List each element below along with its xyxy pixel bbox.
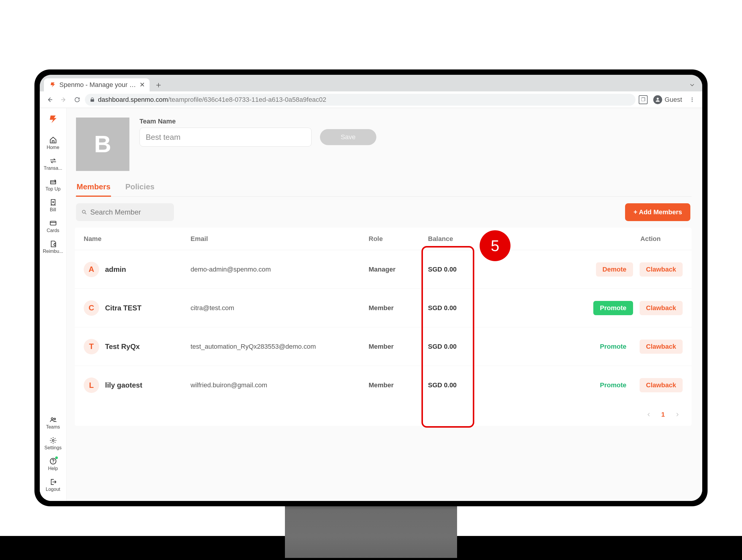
forward-button[interactable] xyxy=(58,94,69,106)
profile-tabs: Members Policies xyxy=(75,178,692,197)
bill-icon xyxy=(49,198,57,207)
page-number[interactable]: 1 xyxy=(661,411,665,418)
sidebar-item-teams[interactable]: Teams xyxy=(40,412,66,433)
sidebar-item-transactions[interactable]: Transa... xyxy=(40,154,66,174)
action-clawback-button[interactable]: Clawback xyxy=(640,262,683,277)
browser-url-bar: dashboard.spenmo.com/teamprofile/636c41e… xyxy=(40,92,702,108)
close-icon[interactable]: ✕ xyxy=(140,81,145,89)
members-table: Name Email Role Balance Action A admin d… xyxy=(75,228,692,426)
search-member-field[interactable] xyxy=(76,203,174,221)
browser-tab-title: Spenmo - Manage your compa xyxy=(59,81,137,89)
table-row: L lily gaotest wilfried.buiron@gmail.com… xyxy=(75,366,692,404)
member-name: lily gaotest xyxy=(105,381,142,389)
logout-icon xyxy=(49,478,57,486)
transactions-icon xyxy=(49,157,57,165)
profile-guest-badge[interactable]: Guest xyxy=(651,95,684,104)
panel-toggle-icon[interactable]: ❐ xyxy=(637,94,649,106)
team-avatar[interactable]: B xyxy=(76,117,129,171)
save-button[interactable]: Save xyxy=(320,129,376,145)
pagination: 1 xyxy=(75,404,692,426)
member-email: wilfried.buiron@gmail.com xyxy=(191,381,369,389)
profile-avatar-icon xyxy=(653,95,662,104)
gear-icon xyxy=(49,436,57,445)
team-header: B Team Name Save xyxy=(75,115,692,178)
brand-logo-icon[interactable] xyxy=(47,113,59,125)
sidebar-item-reimbursement[interactable]: Reimbu... xyxy=(40,237,66,258)
col-role: Role xyxy=(369,235,428,243)
search-input[interactable] xyxy=(90,208,179,216)
member-avatar: C xyxy=(84,300,99,316)
action-clawback-button[interactable]: Clawback xyxy=(640,339,683,354)
team-name-input[interactable] xyxy=(140,128,312,147)
member-name: Citra TEST xyxy=(105,304,142,312)
teams-icon xyxy=(49,415,57,424)
sidebar-item-topup[interactable]: Top Up xyxy=(40,174,66,195)
col-name: Name xyxy=(84,235,191,243)
member-balance: SGD 0.00 xyxy=(428,304,505,312)
svg-point-2 xyxy=(692,99,692,100)
svg-point-3 xyxy=(692,101,692,102)
browser-tab-strip: Spenmo - Manage your compa ✕ ＋ xyxy=(40,75,702,92)
spenmo-favicon-icon xyxy=(49,81,56,89)
action-primary-button[interactable]: Promote xyxy=(593,301,633,315)
member-avatar: A xyxy=(84,262,99,277)
svg-point-5 xyxy=(51,418,53,420)
screen: Spenmo - Manage your compa ✕ ＋ xyxy=(40,75,702,501)
member-email: test_automation_RyQx283553@demo.com xyxy=(191,343,369,350)
member-role: Manager xyxy=(369,266,428,273)
col-action: Action xyxy=(505,235,683,243)
browser-tab-active[interactable]: Spenmo - Manage your compa ✕ xyxy=(44,78,150,92)
help-icon xyxy=(49,457,57,465)
member-balance: SGD 0.00 xyxy=(428,266,505,273)
monitor-stand xyxy=(285,505,457,558)
action-clawback-button[interactable]: Clawback xyxy=(640,378,683,392)
sidebar-item-home[interactable]: Home xyxy=(40,133,66,154)
sidebar-item-logout[interactable]: Logout xyxy=(40,475,66,496)
sidebar-item-bill[interactable]: Bill xyxy=(40,195,66,216)
svg-rect-4 xyxy=(50,221,56,225)
page-next-button[interactable] xyxy=(672,409,683,420)
tab-overflow-icon[interactable] xyxy=(686,79,698,91)
member-role: Member xyxy=(369,381,428,389)
reimbursement-icon xyxy=(49,240,57,248)
cards-icon xyxy=(49,219,57,227)
url-text: dashboard.spenmo.com/teamprofile/636c41e… xyxy=(98,96,326,104)
member-email: citra@test.com xyxy=(191,304,369,312)
table-header: Name Email Role Balance Action xyxy=(75,228,692,250)
svg-point-7 xyxy=(52,440,54,442)
sidebar-item-help[interactable]: Help xyxy=(40,454,66,475)
guest-label: Guest xyxy=(665,96,682,104)
sidebar: Home Transa... Top Up xyxy=(40,108,66,501)
tab-policies[interactable]: Policies xyxy=(125,178,155,197)
lock-icon xyxy=(90,97,95,102)
table-row: T Test RyQx test_automation_RyQx283553@d… xyxy=(75,327,692,366)
action-clawback-button[interactable]: Clawback xyxy=(640,301,683,315)
url-field[interactable]: dashboard.spenmo.com/teamprofile/636c41e… xyxy=(85,94,635,106)
back-button[interactable] xyxy=(44,94,56,106)
kebab-menu-icon[interactable] xyxy=(686,94,698,106)
svg-point-1 xyxy=(692,97,692,98)
action-primary-button[interactable]: Promote xyxy=(593,339,633,354)
table-row: C Citra TEST citra@test.com Member SGD 0… xyxy=(75,289,692,327)
sidebar-item-settings[interactable]: Settings xyxy=(40,433,66,454)
member-role: Member xyxy=(369,343,428,350)
member-role: Member xyxy=(369,304,428,312)
page-prev-button[interactable] xyxy=(643,409,654,420)
add-members-button[interactable]: + Add Members xyxy=(625,203,690,221)
home-icon xyxy=(49,136,57,144)
reload-button[interactable] xyxy=(71,94,83,106)
members-toolbar: + Add Members xyxy=(75,197,692,228)
member-avatar: L xyxy=(84,378,99,393)
col-balance: Balance xyxy=(428,235,505,243)
table-row: A admin demo-admin@spenmo.com Manager SG… xyxy=(75,250,692,289)
action-primary-button[interactable]: Demote xyxy=(596,262,633,277)
col-email: Email xyxy=(191,235,369,243)
monitor-bezel: Spenmo - Manage your compa ✕ ＋ xyxy=(35,69,707,506)
sidebar-item-cards[interactable]: Cards xyxy=(40,216,66,237)
new-tab-button[interactable]: ＋ xyxy=(153,79,164,91)
member-avatar: T xyxy=(84,339,99,354)
action-primary-button[interactable]: Promote xyxy=(593,378,633,392)
member-email: demo-admin@spenmo.com xyxy=(191,266,369,273)
main-content: B Team Name Save Members Policies xyxy=(66,108,702,501)
tab-members[interactable]: Members xyxy=(76,178,111,197)
